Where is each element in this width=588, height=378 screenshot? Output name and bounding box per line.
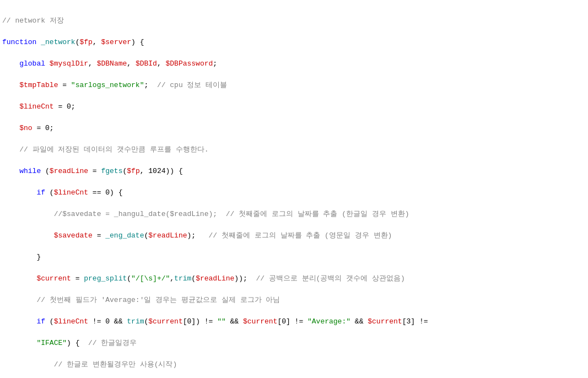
code-line: //$savedate = _hangul_date($readLine); /… bbox=[2, 209, 586, 220]
code-line: if ($lineCnt == 0) { bbox=[2, 187, 586, 198]
code-line: // 한글로 변환될경우만 사용(시작) bbox=[2, 359, 586, 370]
code-line: "IFACE") { // 한글일경우 bbox=[2, 338, 586, 349]
code-line: while ($readLine = fgets($fp, 1024)) { bbox=[2, 166, 586, 177]
code-line: function _network($fp, $server) { bbox=[2, 37, 586, 48]
code-line: // 첫번째 필드가 'Average:'일 경우는 평균값으로 실제 로그가 … bbox=[2, 295, 586, 306]
code-editor: // network 저장 function _network($fp, $se… bbox=[0, 0, 588, 378]
code-line: global $mysqlDir, $DBName, $DBId, $DBPas… bbox=[2, 58, 586, 69]
code-line: $lineCnt = 0; bbox=[2, 101, 586, 112]
code-line: if ($lineCnt != 0 && trim($current[0]) !… bbox=[2, 316, 586, 327]
code-line: $no = 0; bbox=[2, 123, 586, 134]
code-line: $savedate = _eng_date($readLine); // 첫째줄… bbox=[2, 230, 586, 241]
code-line: $tmpTable = "sarlogs_network"; // cpu 정보… bbox=[2, 80, 586, 91]
code-line: // network 저장 bbox=[2, 15, 586, 26]
code-line: $current = preg_split("/[\s]+/",trim($re… bbox=[2, 273, 586, 284]
code-line: // 파일에 저장된 데이터의 갯수만큼 루프를 수행한다. bbox=[2, 144, 586, 155]
code-line: } bbox=[2, 252, 586, 263]
